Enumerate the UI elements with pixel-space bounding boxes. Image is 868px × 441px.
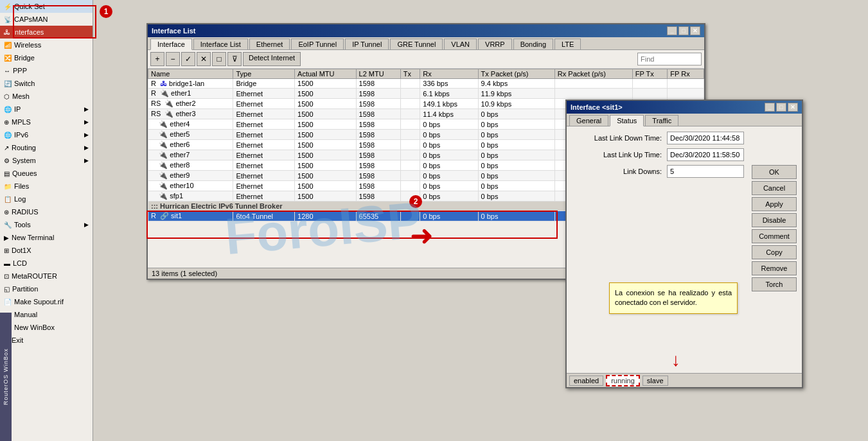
col-fp-tx[interactable]: FP Tx <box>632 69 668 79</box>
queues-icon: ▤ <box>4 170 10 177</box>
tab-bonding[interactable]: Bonding <box>513 39 553 49</box>
sidebar-item-lcd[interactable]: ▬ LCD <box>0 257 93 270</box>
last-link-down-row: Last Link Down Time: Dec/30/2020 11:44:5… <box>572 132 744 144</box>
routing-icon: ↗ <box>4 144 9 151</box>
sidebar-item-system[interactable]: ⚙ System ▶ <box>0 154 93 167</box>
sidebar-item-newterminal[interactable]: ▶ New Terminal <box>0 231 93 244</box>
find-input[interactable] <box>637 53 702 65</box>
tab-lte[interactable]: LTE <box>554 39 581 49</box>
table-row[interactable]: R 🔌 ether1 Ethernet150015986.1 kbps11.9 … <box>148 89 704 99</box>
tab-traffic[interactable]: Traffic <box>645 115 678 126</box>
interface-detail-window: Interface <sit1> _ □ ✕ General Status Tr… <box>565 99 803 388</box>
tab-status[interactable]: Status <box>610 115 644 126</box>
sidebar-item-ipv6[interactable]: 🌐 IPv6 ▶ <box>0 128 93 141</box>
col-type[interactable]: Type <box>233 69 295 79</box>
sidebar-item-switch[interactable]: 🔄 Switch <box>0 77 93 90</box>
filter-button[interactable]: ⊽ <box>227 52 242 66</box>
copy-button[interactable]: Copy <box>752 245 797 259</box>
detail-close-button[interactable]: ✕ <box>788 103 798 112</box>
col-l2-mtu[interactable]: L2 MTU <box>356 69 400 79</box>
mpls-arrow: ▶ <box>84 119 89 125</box>
col-fp-rx[interactable]: FP Rx <box>668 69 704 79</box>
annotation-badge-1: 1 <box>100 5 112 18</box>
link-downs-value: 5 <box>667 165 744 178</box>
cancel-button[interactable]: Cancel <box>752 181 797 195</box>
tools-icon: 🔧 <box>4 221 12 229</box>
detail-titlebar-controls: _ □ ✕ <box>765 103 798 112</box>
log-icon: 📋 <box>4 196 12 203</box>
radius-icon: ⊛ <box>4 209 9 216</box>
system-icon: ⚙ <box>4 157 10 164</box>
tab-vlan[interactable]: VLAN <box>444 39 477 49</box>
tab-vrrp[interactable]: VRRP <box>478 39 512 49</box>
remove-button[interactable]: Remove <box>752 261 797 275</box>
torch-button[interactable]: Torch <box>752 277 797 291</box>
toolbar: + − ✓ ✕ □ ⊽ Detect Internet <box>148 50 704 69</box>
annotation-box-2 <box>146 211 558 239</box>
cancel-toolbar-button[interactable]: ✕ <box>197 52 211 66</box>
sidebar-item-radius[interactable]: ⊛ RADIUS <box>0 205 93 218</box>
detail-maximize-button[interactable]: □ <box>776 103 786 112</box>
sidebar-item-ip[interactable]: 🌐 IP ▶ <box>0 103 93 116</box>
col-tx-pps[interactable]: Tx Packet (p/s) <box>478 69 554 79</box>
sidebar-item-dot1x[interactable]: ⊞ Dot1X <box>0 244 93 257</box>
quickset-icon: ⚡ <box>4 3 12 10</box>
sidebar-item-mesh[interactable]: ⬡ Mesh <box>0 90 93 103</box>
sidebar-item-tools[interactable]: 🔧 Tools ▶ <box>0 218 93 231</box>
col-rx[interactable]: Rx <box>420 69 478 79</box>
sidebar-item-bridge[interactable]: 🔀 Bridge <box>0 51 93 64</box>
sidebar-item-files[interactable]: 📁 Files <box>0 180 93 193</box>
col-actual-mtu[interactable]: Actual MTU <box>295 69 357 79</box>
sidebar-item-manual[interactable]: 📖 Manual <box>0 308 93 321</box>
tab-interface-list[interactable]: Interface List <box>193 39 248 49</box>
metarouter-icon: ⊡ <box>4 273 9 280</box>
tab-eoip-tunnel[interactable]: EoIP Tunnel <box>291 39 344 49</box>
remove-button[interactable]: − <box>166 52 180 66</box>
disable-button[interactable]: Disable <box>752 213 797 227</box>
detail-body: Last Link Down Time: Dec/30/2020 11:44:5… <box>567 126 802 187</box>
detect-internet-button[interactable]: Detect Internet <box>243 52 301 66</box>
tab-gre-tunnel[interactable]: GRE Tunnel <box>390 39 443 49</box>
detail-minimize-button[interactable]: _ <box>765 103 775 112</box>
apply-button[interactable]: Apply <box>752 197 797 211</box>
sidebar-item-routing[interactable]: ↗ Routing ▶ <box>0 141 93 154</box>
interface-list-title: Interface List <box>152 27 195 35</box>
sidebar-item-exit[interactable]: ✖ Exit <box>0 334 93 347</box>
sidebar-item-partition[interactable]: ◱ Partition <box>0 282 93 295</box>
ok-button[interactable]: OK <box>752 165 797 179</box>
sidebar-item-newwinbox[interactable]: 🪟 New WinBox <box>0 321 93 334</box>
sidebar-item-log[interactable]: 📋 Log <box>0 193 93 205</box>
annotation-box-1 <box>13 5 96 39</box>
col-rx-pps[interactable]: Rx Packet (p/s) <box>554 69 632 79</box>
switch-icon: 🔄 <box>4 80 12 87</box>
sidebar-item-queues[interactable]: ▤ Queues <box>0 167 93 180</box>
copy-toolbar-button[interactable]: □ <box>212 52 226 66</box>
running-status: running <box>606 375 640 386</box>
sidebar-item-metarouter[interactable]: ⊡ MetaROUTER <box>0 270 93 282</box>
edit-button[interactable]: ✓ <box>181 52 195 66</box>
col-tx[interactable]: Tx <box>400 69 420 79</box>
minimize-button[interactable]: _ <box>667 26 677 35</box>
comment-button[interactable]: Comment <box>752 229 797 243</box>
tab-interface[interactable]: Interface <box>150 39 192 50</box>
item-count: 13 items (1 selected) <box>152 270 217 277</box>
sidebar-item-mpls[interactable]: ⊕ MPLS ▶ <box>0 116 93 128</box>
routeros-label: RouterOS WinBox <box>0 313 12 441</box>
ipv6-arrow: ▶ <box>84 132 89 138</box>
link-downs-label: Link Downs: <box>572 168 662 175</box>
sidebar-item-wireless[interactable]: 📶 Wireless <box>0 39 93 51</box>
table-row[interactable]: R 🖧 bridge1-lan Bridge15001598336 bps9.4… <box>148 79 704 89</box>
tab-ip-tunnel[interactable]: IP Tunnel <box>345 39 389 49</box>
interface-list-titlebar: Interface List _ □ ✕ <box>148 24 704 37</box>
maximize-button[interactable]: □ <box>678 26 689 35</box>
col-name[interactable]: Name <box>148 69 233 79</box>
sidebar-item-makesupout[interactable]: 📄 Make Supout.rif <box>0 295 93 308</box>
titlebar-controls: _ □ ✕ <box>667 26 700 35</box>
detail-title: Interface <sit1> <box>571 103 623 111</box>
add-button[interactable]: + <box>150 52 164 66</box>
close-button[interactable]: ✕ <box>690 26 700 35</box>
tab-general[interactable]: General <box>569 115 608 126</box>
tab-ethernet[interactable]: Ethernet <box>249 39 290 49</box>
sidebar-item-ppp[interactable]: ↔ PPP <box>0 64 93 77</box>
interfaces-icon: 🖧 <box>4 29 10 36</box>
